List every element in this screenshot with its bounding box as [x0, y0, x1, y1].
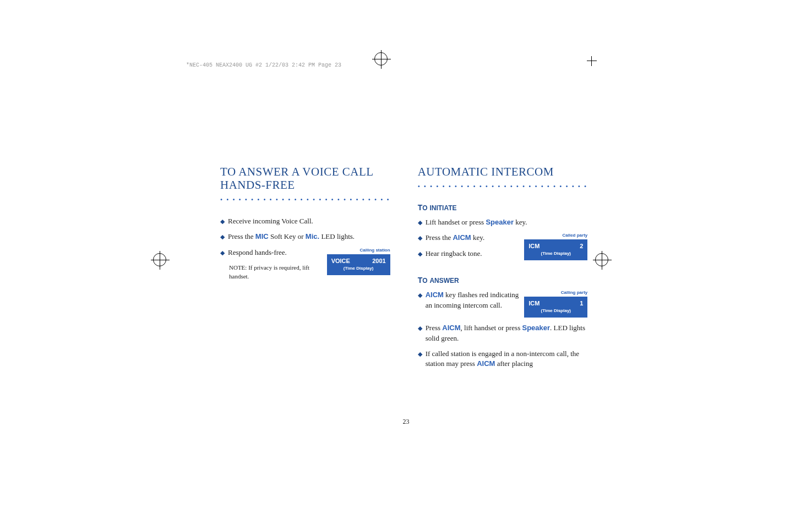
- section-title-auto-intercom: AUTOMATIC INTERCOM: [418, 165, 588, 178]
- display-left-text: ICM: [528, 300, 539, 307]
- subsection-initiate: TO INITIATE: [418, 203, 588, 212]
- phone-display: Calling station VOICE 2001 (Time Display…: [327, 248, 390, 275]
- display-right-text: 2001: [372, 258, 385, 264]
- diamond-icon: ◆: [418, 324, 422, 332]
- registration-mark-right: [595, 253, 608, 266]
- diamond-icon: ◆: [418, 350, 422, 358]
- divider: • • • • • • • • • • • • • • • • • • • • …: [418, 183, 588, 191]
- print-header: *NEC-405 NEAX2400 UG #2 1/22/03 2:42 PM …: [186, 62, 341, 68]
- display-screen: ICM 1 (Time Display): [524, 297, 587, 318]
- registration-mark-top: [374, 52, 388, 65]
- display-label: Calling party: [524, 290, 587, 295]
- bullet-text: Press the MIC Soft Key or Mic. LED light…: [228, 232, 390, 242]
- bullet-item: ◆ Lift handset or press Speaker key.: [418, 217, 588, 227]
- page-number: 23: [403, 418, 410, 426]
- diamond-icon: ◆: [220, 217, 225, 226]
- bullet-text: Hear ringback tone.: [426, 249, 520, 259]
- bullet-text: AICM key flashes red indicating an incom…: [426, 290, 520, 310]
- bullet-item: ◆ Press the MIC Soft Key or Mic. LED lig…: [220, 232, 390, 242]
- bullet-item: ◆ Respond hands-free.: [220, 248, 323, 258]
- bullet-item: ◆ AICM key flashes red indicating an inc…: [418, 290, 520, 310]
- bullet-text: Press the AICM key.: [426, 233, 520, 243]
- display-left-text: VOICE: [331, 258, 350, 264]
- bullet-text: Respond hands-free.: [228, 248, 323, 258]
- bullet-text: If called station is engaged in a non-in…: [426, 349, 588, 369]
- display-left-text: ICM: [528, 243, 539, 249]
- bullet-text: Lift handset or press Speaker key.: [426, 217, 588, 227]
- bullet-item: ◆ If called station is engaged in a non-…: [418, 349, 588, 369]
- divider: • • • • • • • • • • • • • • • • • • • • …: [220, 196, 390, 204]
- registration-mark-left: [153, 253, 166, 266]
- crop-mark-icon: [586, 56, 597, 67]
- display-right-text: 1: [580, 300, 583, 307]
- diamond-icon: ◆: [418, 291, 422, 299]
- bullet-item: ◆ Press the AICM key.: [418, 233, 520, 243]
- display-screen: ICM 2 (Time Display): [524, 239, 587, 260]
- display-time: (Time Display): [331, 266, 386, 271]
- display-label: Calling station: [327, 248, 390, 253]
- note-text: NOTE: If privacy is required, lift hands…: [229, 263, 323, 281]
- diamond-icon: ◆: [220, 249, 225, 257]
- diamond-icon: ◆: [220, 233, 225, 241]
- diamond-icon: ◆: [418, 250, 422, 258]
- section-title-voice-call: TO ANSWER A VOICE CALL HANDS-FREE: [220, 165, 390, 192]
- subsection-answer: TO ANSWER: [418, 276, 588, 285]
- bullet-text: Receive incoming Voice Call.: [228, 216, 390, 226]
- phone-display: Calling party ICM 1 (Time Display): [524, 290, 587, 318]
- page-content: TO ANSWER A VOICE CALL HANDS-FREE • • • …: [220, 165, 517, 374]
- left-column: TO ANSWER A VOICE CALL HANDS-FREE • • • …: [220, 165, 390, 374]
- phone-display: Called party ICM 2 (Time Display): [524, 233, 587, 260]
- right-column: AUTOMATIC INTERCOM • • • • • • • • • • •…: [418, 165, 588, 374]
- bullet-text: Press AICM, lift handset or press Speake…: [426, 323, 588, 343]
- display-time: (Time Display): [528, 251, 583, 256]
- display-time: (Time Display): [528, 308, 583, 313]
- bullet-item: ◆ Press AICM, lift handset or press Spea…: [418, 323, 588, 343]
- display-label: Called party: [524, 233, 587, 238]
- bullet-item: ◆ Hear ringback tone.: [418, 249, 520, 259]
- diamond-icon: ◆: [418, 218, 422, 227]
- bullet-item: ◆ Receive incoming Voice Call.: [220, 216, 390, 226]
- display-right-text: 2: [580, 243, 583, 249]
- display-screen: VOICE 2001 (Time Display): [327, 254, 390, 275]
- diamond-icon: ◆: [418, 234, 422, 242]
